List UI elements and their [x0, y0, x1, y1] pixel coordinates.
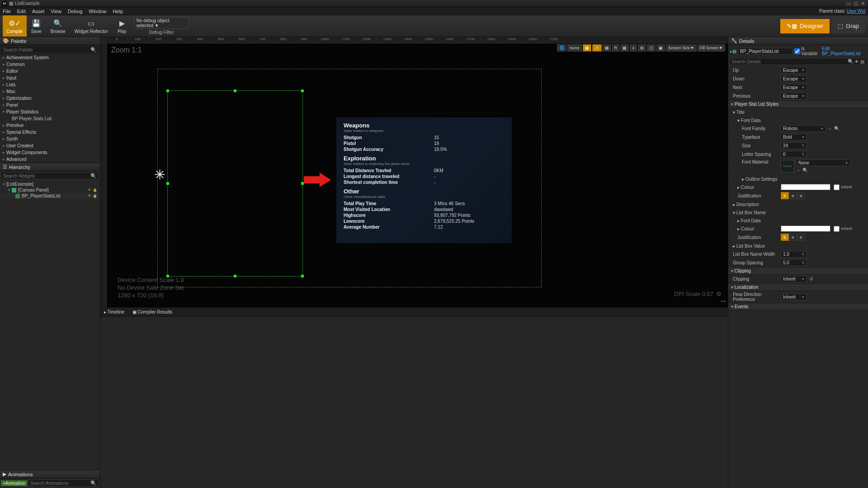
tab-title[interactable]: ListExample — [15, 1, 39, 6]
visibility-icon[interactable]: 👁 — [88, 188, 92, 192]
window-maximize-icon[interactable]: ▢ — [853, 1, 859, 6]
material-thumbnail[interactable]: None — [781, 160, 794, 173]
animations-search[interactable]: 🔍 — [28, 479, 99, 487]
details-view-icon[interactable]: 👁 — [854, 59, 859, 64]
window-close-icon[interactable]: ✕ — [860, 1, 866, 6]
is-variable-checkbox[interactable]: Is Variable — [794, 46, 820, 56]
palette-cat[interactable]: Advanced — [0, 156, 100, 163]
play-button[interactable]: ▶ Play — [113, 17, 132, 35]
details-body[interactable]: UpEscape DownEscape NextEscape PreviousE… — [728, 66, 868, 488]
details-filter-icon[interactable]: ▤ — [859, 59, 865, 64]
palette-cat[interactable]: Misc — [0, 88, 100, 95]
justify-center-button[interactable]: ≡ — [789, 192, 797, 199]
vp-r-button[interactable]: R — [612, 44, 620, 52]
browse-asset-icon[interactable]: 🔍 — [834, 126, 840, 131]
inherit-checkbox[interactable]: Inherit — [834, 226, 852, 232]
palette-cat[interactable]: Input — [0, 75, 100, 81]
widget-reflector-button[interactable]: ▭ Widget Reflector — [70, 17, 113, 35]
resize-handle[interactable] — [166, 182, 169, 185]
colour-swatch[interactable] — [781, 184, 830, 190]
group-spacing-input[interactable]: 5.0 — [781, 259, 807, 266]
details-search-input[interactable] — [731, 59, 848, 64]
compile-button[interactable]: ⚙✓ Compile — [3, 15, 27, 37]
nav-up-dropdown[interactable]: Escape — [781, 67, 807, 74]
details-cat-clipping[interactable]: Clipping — [728, 267, 868, 275]
palette-cat[interactable]: Lists — [0, 81, 100, 88]
tree-canvas-panel[interactable]: ▾ [Canvas Panel] 👁🔒 — [1, 187, 99, 193]
menu-debug[interactable]: Debug — [68, 9, 82, 14]
designer-mode-tab[interactable]: ✎▦ Designer — [780, 19, 830, 33]
visibility-icon[interactable]: 👁 — [88, 194, 92, 198]
vp-screen-size-dropdown[interactable]: Screen Size▼ — [666, 44, 696, 52]
justify-right-button[interactable]: ≡ — [797, 192, 805, 199]
prop-label[interactable]: ▸ List Box Value — [731, 244, 781, 249]
listbox-name-width-input[interactable]: 1.0 — [781, 251, 807, 258]
debug-object-select[interactable]: No debug object selected ▼ — [134, 17, 189, 29]
menu-edit[interactable]: Edit — [17, 9, 26, 14]
dpi-settings-icon[interactable]: ⚙ — [716, 291, 722, 297]
prop-label[interactable]: ▸ Description — [731, 202, 781, 207]
resize-handle[interactable] — [301, 275, 304, 277]
menu-help[interactable]: Help — [113, 9, 123, 14]
vp-lang-button[interactable]: 🌐 — [557, 44, 566, 52]
palette-item[interactable]: BP Player Stats List — [0, 115, 100, 122]
menu-view[interactable]: View — [51, 9, 61, 14]
details-search[interactable]: 🔍 👁 ▤ — [729, 58, 867, 65]
widget-name-input[interactable] — [738, 48, 793, 55]
menu-file[interactable]: File — [3, 9, 11, 14]
menu-asset[interactable]: Asset — [32, 9, 45, 14]
resize-handle[interactable] — [234, 275, 236, 277]
vp-widget-button[interactable]: ▦ — [583, 44, 591, 52]
palette-cat[interactable]: Special Effects — [0, 129, 100, 136]
selection-box[interactable] — [167, 90, 303, 277]
window-minimize-icon[interactable]: — — [845, 1, 852, 6]
expand-icon[interactable]: ▾ — [8, 188, 10, 192]
vp-none-button[interactable]: None — [567, 44, 582, 52]
nav-prev-dropdown[interactable]: Escape — [781, 93, 807, 99]
resize-handle[interactable] — [301, 89, 304, 92]
hierarchy-search-input[interactable] — [3, 174, 90, 178]
letter-spacing-input[interactable]: 0 — [781, 151, 807, 158]
vp-fill-screen-dropdown[interactable]: Fill Screen▼ — [698, 44, 725, 52]
vp-snap-button[interactable]: ▦ — [620, 44, 629, 52]
reset-icon[interactable]: ← — [827, 126, 833, 131]
reset-icon[interactable]: ← — [796, 167, 802, 173]
palette-cat[interactable]: Panel — [0, 102, 100, 108]
details-cat-events[interactable]: Events — [728, 303, 868, 310]
nav-next-dropdown[interactable]: Escape — [781, 84, 807, 91]
vp-loc-button[interactable]: ▣ — [656, 44, 665, 52]
edit-bp-link[interactable]: Edit BP_PlayerStatsList — [822, 46, 866, 56]
palette-cat-open[interactable]: Player Statistics — [0, 108, 100, 115]
prop-label[interactable]: ▸ Colour — [731, 226, 781, 231]
prop-label[interactable]: ▸ Font Data — [731, 218, 781, 223]
details-cat-styles[interactable]: Player Stat List Styles — [728, 100, 868, 108]
compiler-results-tab[interactable]: ▣ Compiler Results — [132, 310, 172, 314]
resize-corner-icon[interactable]: ⤡ — [719, 296, 728, 305]
timeline-tab[interactable]: ▸ Timeline — [104, 310, 124, 314]
vp-outline-button[interactable]: ◫ — [647, 44, 656, 52]
lock-icon[interactable]: 🔒 — [93, 194, 97, 198]
tree-selected-widget[interactable]: BP_PlayerStatsList 👁🔒 — [1, 193, 99, 199]
parent-class-link[interactable]: User Wid — [847, 9, 865, 14]
flow-direction-dropdown[interactable]: Inherit — [781, 294, 807, 300]
size-input[interactable]: 24 — [781, 142, 807, 149]
designer-viewport[interactable]: 0100200300400500600700800900100011001200… — [100, 37, 728, 307]
colour-swatch[interactable] — [781, 225, 830, 232]
palette-tree[interactable]: Achievement System Common Editor Input L… — [0, 54, 100, 163]
save-button[interactable]: 💾 Save — [27, 17, 46, 35]
clipping-dropdown[interactable]: Inherit — [781, 276, 807, 282]
reset-icon[interactable]: ↺ — [808, 277, 814, 282]
palette-cat[interactable]: Widget Components — [0, 149, 100, 156]
lock-icon[interactable]: 🔒 — [93, 188, 97, 192]
palette-cat[interactable]: Common — [0, 61, 100, 68]
justify-center-button[interactable]: ≡ — [789, 234, 797, 241]
expand-icon[interactable]: ▾ — [3, 182, 5, 186]
prop-label[interactable]: ▾ List Box Name — [731, 210, 781, 215]
palette-cat[interactable]: User Created — [0, 142, 100, 149]
palette-cat[interactable]: Primitive — [0, 122, 100, 129]
font-family-dropdown[interactable]: Roboto — [781, 125, 826, 132]
menu-window[interactable]: Window — [89, 9, 106, 14]
hierarchy-tree[interactable]: ▾ [ListExample] ▾ [Canvas Panel] 👁🔒 BP_P… — [0, 180, 100, 470]
vp-grid-value[interactable]: 4 — [630, 44, 637, 52]
palette-cat[interactable]: Synth — [0, 136, 100, 142]
